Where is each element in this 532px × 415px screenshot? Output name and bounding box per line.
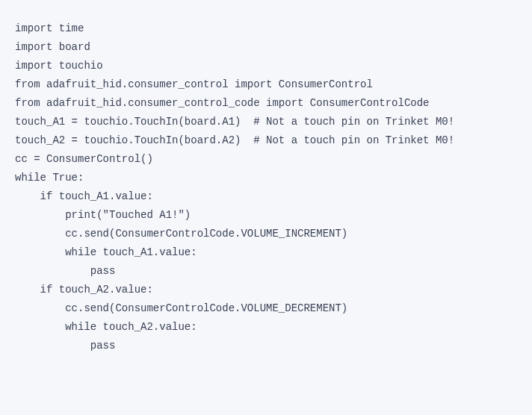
code-line: pass xyxy=(15,337,517,355)
code-line: from adafruit_hid.consumer_control_code … xyxy=(15,94,517,113)
code-line: import board xyxy=(15,38,517,57)
code-line: while touch_A2.value: xyxy=(15,318,517,337)
code-line: cc.send(ConsumerControlCode.VOLUME_INCRE… xyxy=(15,225,517,243)
code-block: import timeimport boardimport touchiofro… xyxy=(0,0,532,375)
code-line: from adafruit_hid.consumer_control impor… xyxy=(15,75,517,94)
code-line: touch_A1 = touchio.TouchIn(board.A1) # N… xyxy=(15,113,517,131)
code-line: print("Touched A1!") xyxy=(15,206,517,225)
code-line: touch_A2 = touchio.TouchIn(board.A2) # N… xyxy=(15,131,517,150)
code-line: while True: xyxy=(15,169,517,187)
code-line: import touchio xyxy=(15,57,517,75)
code-line: if touch_A1.value: xyxy=(15,187,517,206)
code-line: pass xyxy=(15,262,517,281)
code-line: while touch_A1.value: xyxy=(15,243,517,262)
code-line: cc.send(ConsumerControlCode.VOLUME_DECRE… xyxy=(15,299,517,318)
code-line: cc = ConsumerControl() xyxy=(15,150,517,169)
code-line: if touch_A2.value: xyxy=(15,281,517,299)
code-line: import time xyxy=(15,19,517,38)
